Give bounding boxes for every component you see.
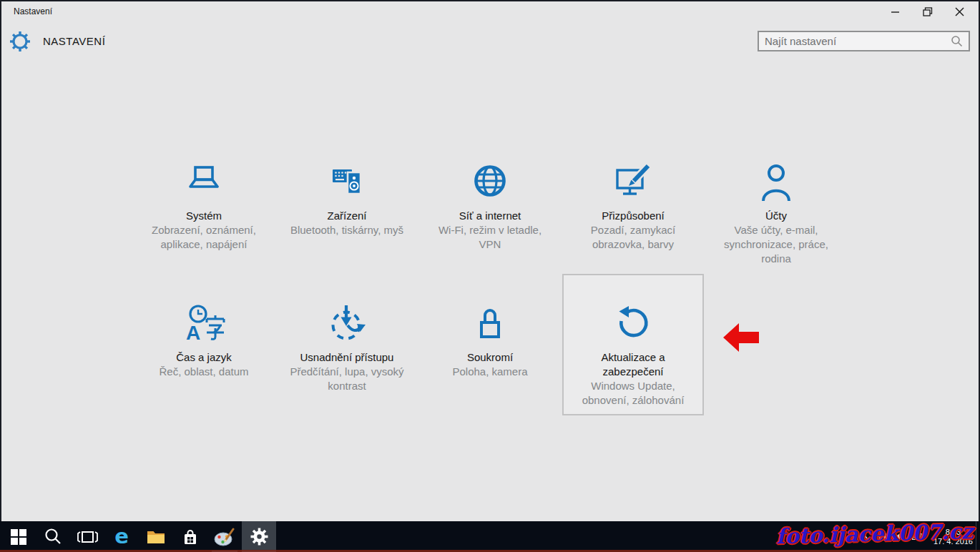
tile-title: Zařízení [327, 209, 366, 223]
tile-subtitle: Řeč, oblast, datum [159, 365, 248, 379]
tile-title: Usnadnění přístupu [300, 350, 394, 365]
gear-icon [250, 527, 269, 546]
taskbar-search-button[interactable] [36, 521, 70, 552]
tile-title: Síť a internet [459, 209, 521, 223]
minimize-button[interactable] [879, 1, 911, 22]
start-button[interactable] [1, 521, 36, 552]
restore-button[interactable] [911, 1, 944, 22]
tile-update-security[interactable]: Aktualizace a zabezpečení Windows Update… [562, 274, 704, 415]
store-button[interactable] [173, 521, 207, 552]
window-controls [879, 1, 976, 22]
folder-icon [147, 529, 165, 544]
close-button[interactable] [944, 1, 976, 22]
tile-accounts[interactable]: Účty Vaše účty, e-mail, synchronizace, p… [705, 132, 847, 274]
update-security-icon [610, 300, 656, 345]
tile-title: Aktualizace a zabezpečení [570, 350, 696, 379]
tile-subtitle: Windows Update, obnovení, zálohování [570, 379, 696, 408]
tile-privacy[interactable]: Soukromí Poloha, kamera [419, 274, 561, 415]
tile-title: Systém [186, 209, 222, 223]
tile-subtitle: Wi-Fi, režim v letadle, VPN [427, 223, 553, 252]
privacy-lock-icon [467, 300, 513, 345]
task-view-button[interactable] [70, 521, 104, 552]
tile-title: Přizpůsobení [602, 209, 665, 223]
tile-subtitle: Pozadí, zamykací obrazovka, barvy [570, 223, 696, 252]
minimize-icon [891, 7, 900, 16]
restore-icon [923, 7, 933, 16]
red-left-arrow-icon [723, 323, 759, 355]
paint-palette-icon [214, 528, 235, 546]
tile-devices[interactable]: Zařízení Bluetooth, tiskárny, myš [276, 132, 418, 274]
accounts-icon [753, 158, 799, 204]
personalization-icon [610, 158, 656, 204]
tile-network[interactable]: Síť a internet Wi-Fi, režim v letadle, V… [419, 132, 561, 274]
tile-subtitle: Předčítání, lupa, vysoký kontrast [284, 365, 410, 393]
search-icon [44, 528, 62, 546]
tile-subtitle: Poloha, kamera [452, 365, 527, 379]
tile-subtitle: Vaše účty, e-mail, synchronizace, práce,… [713, 223, 839, 266]
tile-system[interactable]: Systém Zobrazení, oznámení, aplikace, na… [133, 132, 275, 274]
laptop-icon [181, 158, 227, 204]
tile-title: Soukromí [467, 350, 513, 365]
store-icon [182, 528, 199, 546]
tile-time-language[interactable]: A Čas a jazyk Řeč, oblast, datum [133, 274, 275, 415]
ease-of-access-icon [324, 300, 370, 345]
tile-title: Čas a jazyk [176, 350, 232, 365]
windows-logo-icon [11, 529, 26, 545]
task-view-icon [77, 529, 99, 545]
window-title: Nastavení [14, 6, 52, 16]
page-title: NASTAVENÍ [43, 35, 105, 47]
search-input[interactable] [759, 35, 951, 47]
tile-subtitle: Bluetooth, tiskárny, myš [290, 223, 403, 237]
devices-icon [324, 158, 370, 204]
photo-watermark: foto.ijacek007.cz :-) [776, 518, 980, 548]
search-icon[interactable] [951, 35, 963, 47]
tile-ease-of-access[interactable]: Usnadnění přístupu Předčítání, lupa, vys… [276, 274, 418, 415]
file-explorer-button[interactable] [139, 521, 173, 552]
time-language-icon: A [181, 300, 227, 345]
globe-icon [467, 158, 513, 204]
svg-text:A: A [186, 322, 200, 344]
settings-taskbar-button[interactable] [242, 521, 276, 552]
edge-button[interactable]: e [104, 521, 139, 552]
search-box [758, 31, 970, 51]
tile-title: Účty [765, 209, 787, 223]
paint-app-button[interactable] [207, 521, 242, 552]
edge-icon: e [114, 526, 129, 547]
settings-gear-icon [9, 31, 31, 55]
close-icon [955, 7, 964, 16]
tile-personalization[interactable]: Přizpůsobení Pozadí, zamykací obrazovka,… [562, 132, 704, 274]
desktop-screen: Nastavení NAST [0, 0, 980, 552]
tile-subtitle: Zobrazení, oznámení, aplikace, napájení [141, 223, 267, 252]
